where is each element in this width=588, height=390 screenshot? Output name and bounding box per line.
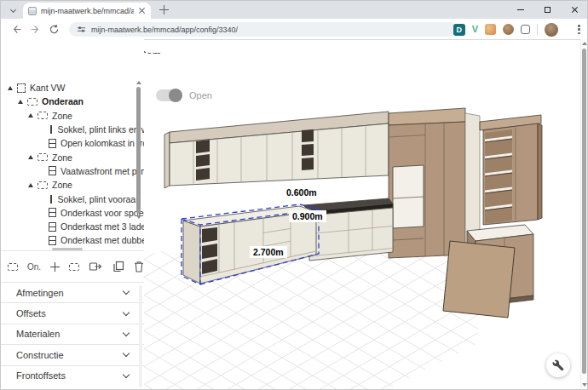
expand-arrow-icon[interactable] (28, 113, 33, 118)
minimize-button[interactable] (517, 9, 524, 10)
viewport-area: Open 0.600m 0.900m 2.700m (144, 54, 582, 390)
url-text: mijn-maatwerk.be/mmcad/app/config/3340/ (91, 26, 238, 34)
scroll-up-icon[interactable] (582, 42, 587, 45)
tree-scrollbar[interactable] (135, 81, 142, 249)
delete-button[interactable] (134, 261, 144, 272)
expand-arrow-icon[interactable] (8, 86, 13, 90)
profile-avatar[interactable] (545, 23, 558, 37)
left-panel: Kant VW Onderaan Zone Sokkel, plint link… (1, 39, 144, 389)
tab-search-button[interactable] (8, 5, 18, 15)
chevron-down-icon (123, 308, 130, 315)
extension-d-icon[interactable]: D (453, 24, 465, 36)
tree-item-onderkast-dubbele[interactable]: Onderkast met dubbele ... (1, 233, 144, 247)
expand-arrow-icon[interactable] (18, 100, 23, 104)
back-button[interactable] (9, 22, 23, 36)
tree-item-onderkast-lades[interactable]: Onderkast met 3 lades, ... (1, 220, 144, 233)
side-icon (17, 83, 26, 93)
accordion-afmetingen[interactable]: Afmetingen (1, 282, 144, 302)
accordion-scroll-track[interactable] (139, 285, 142, 387)
tree-scroll-thumb[interactable] (136, 87, 141, 213)
cabinet-icon (49, 139, 56, 148)
chevron-down-icon (9, 6, 15, 12)
accordion-offsets[interactable]: Offsets (1, 302, 144, 323)
chevron-down-icon (123, 371, 130, 378)
extension-vue-icon[interactable]: V (472, 25, 478, 34)
accordion-materialen[interactable]: Materialen (1, 324, 144, 344)
open-toggle[interactable] (156, 89, 182, 101)
tree-item-sokkel-links[interactable]: Sokkel, plint links en voo... (1, 123, 144, 136)
expand-arrow-icon[interactable] (28, 155, 33, 159)
forward-button[interactable] (28, 22, 42, 36)
dimension-label-length[interactable]: 2.700m (250, 246, 287, 258)
plinth-icon (50, 125, 52, 134)
wrench-icon (552, 359, 564, 371)
duplicate-button[interactable] (112, 261, 124, 272)
extension-orange-icon[interactable] (485, 24, 496, 35)
base-cabinets-right (303, 198, 393, 261)
selection-label: On... (27, 262, 41, 272)
chevron-down-icon (123, 350, 130, 357)
window-controls (517, 1, 579, 19)
zone-button[interactable] (8, 263, 18, 271)
url-bar[interactable]: mijn-maatwerk.be/mmcad/app/config/3340/ (69, 22, 457, 37)
dimension-label-width[interactable]: 0.600m (283, 186, 320, 198)
tree-item-vaatwasfront[interactable]: Vaatwasfront met plint e... (1, 164, 144, 178)
accordion-frontoffsets[interactable]: Frontoffsets (1, 365, 144, 386)
reload-button[interactable] (47, 22, 61, 36)
back-arrow-icon (11, 24, 22, 35)
new-tab-button[interactable] (159, 5, 169, 14)
add-zone-button[interactable] (69, 263, 79, 271)
tree-item-zone-3[interactable]: Zone (1, 178, 144, 192)
dimension-label-depth[interactable]: 0.900m (289, 210, 326, 222)
bookshelf (480, 115, 542, 225)
chevron-down-icon (123, 330, 130, 336)
browser-menu-button[interactable] (578, 25, 580, 34)
open-toggle-label: Open (189, 90, 212, 100)
trash-icon (134, 261, 144, 272)
tree-item-onderkast-spoelbak[interactable]: Onderkast voor spoelba... (1, 206, 144, 220)
open-toggle-row: Open (156, 89, 212, 101)
cabinet-icon (49, 208, 56, 217)
tree-item-open-kolomkast[interactable]: Open kolomkast in front... (1, 136, 144, 150)
tree-item-onderaan[interactable]: Onderaan (1, 95, 144, 108)
expand-arrow-icon[interactable] (28, 183, 33, 187)
toolbar-divider (537, 24, 538, 35)
cabinet-icon (49, 236, 56, 245)
page-scrollbar[interactable] (580, 39, 587, 389)
3d-viewport[interactable] (144, 54, 582, 390)
open-shelf-openings (202, 227, 217, 274)
window-close-button[interactable] (571, 6, 579, 14)
leaning-panel (443, 241, 515, 318)
tree-item-zone-2[interactable]: Zone (1, 150, 144, 163)
cabinet-icon (49, 222, 56, 232)
chevron-down-icon (123, 288, 130, 295)
page-scroll-thumb[interactable] (582, 49, 586, 374)
zone-icon (37, 153, 48, 161)
scroll-down-icon[interactable] (136, 215, 141, 219)
tab-title: mijn-maatwerk.be/mmcad/app (41, 7, 134, 15)
panel-toolbar: On... (1, 250, 144, 282)
properties-accordion: Afmetingen Offsets Materialen Constructi… (1, 282, 144, 389)
zone-icon (37, 181, 48, 189)
maximize-button[interactable] (545, 7, 551, 13)
export-button[interactable] (89, 261, 103, 272)
zone-icon (8, 263, 18, 271)
structure-tree: Kant VW Onderaan Zone Sokkel, plint link… (1, 81, 144, 251)
tree-item-zone-1[interactable]: Zone (1, 109, 144, 123)
scroll-down-icon[interactable] (582, 383, 587, 387)
tab-close-icon[interactable] (138, 7, 146, 14)
tree-item-sokkel-vooraan[interactable]: Sokkel, plint vooraan (1, 192, 144, 205)
extension-square-icon[interactable] (521, 25, 530, 34)
accordion-constructie[interactable]: Constructie (1, 344, 144, 364)
tab-strip: mijn-maatwerk.be/mmcad/app (1, 1, 587, 19)
zone-icon (27, 98, 37, 106)
toggle-knob (169, 89, 182, 102)
wrench-button[interactable] (546, 353, 570, 377)
browser-tab[interactable]: mijn-maatwerk.be/mmcad/app (23, 3, 151, 19)
scroll-up-icon[interactable] (136, 81, 141, 84)
tall-cabinet (389, 108, 465, 258)
extension-round-icon[interactable] (503, 24, 514, 35)
add-button[interactable] (50, 262, 60, 272)
plinth-icon (50, 195, 52, 204)
tree-item-kant-vw[interactable]: Kant VW (1, 81, 144, 95)
